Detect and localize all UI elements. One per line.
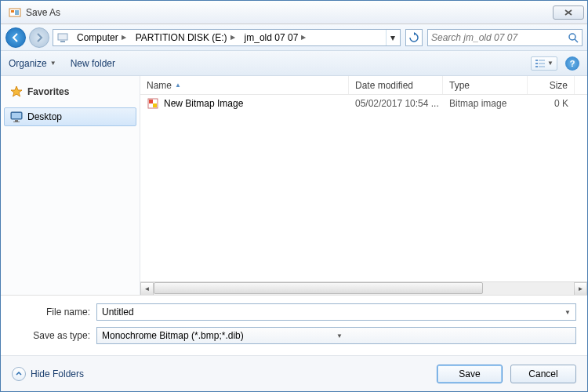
view-mode-button[interactable]: ▼ [531,56,557,71]
forward-button[interactable] [29,27,49,48]
chevron-up-icon [12,367,26,381]
breadcrumb-computer[interactable]: Computer▶ [72,30,131,45]
scroll-track[interactable] [154,282,574,296]
breadcrumb[interactable]: Computer▶ PARTITION DISK (E:)▶ jm_old 07… [53,29,401,46]
help-button[interactable]: ? [565,56,579,71]
chevron-down-icon[interactable]: ▼ [336,332,571,339]
svg-rect-15 [15,120,18,122]
svg-rect-18 [149,100,153,103]
search-icon [568,32,579,43]
sort-asc-icon: ▲ [175,82,181,89]
column-date[interactable]: Date modified [349,76,443,94]
svg-point-5 [569,34,575,40]
file-type: Bitmap image [443,98,528,109]
file-size: 0 K [528,98,575,109]
svg-rect-10 [539,60,545,61]
list-icon [535,58,546,69]
savetype-combo[interactable]: Monochrome Bitmap (*.bmp;*.dib) ▼ [96,327,576,344]
svg-rect-3 [58,34,67,40]
back-button[interactable] [5,27,26,48]
filename-label: File name: [12,307,90,318]
save-button[interactable]: Save [437,365,503,383]
chevron-right-icon: ▶ [301,34,306,41]
svg-rect-2 [15,10,19,15]
file-list: Name▲ Date modified Type Size New Bitmap… [140,76,587,295]
search-box[interactable] [427,29,583,46]
new-folder-button[interactable]: New folder [71,58,115,69]
chevron-down-icon: ▼ [50,60,56,67]
toolbar: Organize▼ New folder ▼ ? [1,51,587,76]
scroll-right-icon[interactable]: ► [574,282,587,296]
save-as-dialog: Save As Computer▶ PARTITION DISK (E:)▶ j… [0,0,588,392]
svg-rect-19 [153,103,157,107]
svg-rect-12 [539,66,545,67]
sidebar: Favorites Desktop [1,76,140,295]
desktop-icon [10,111,23,123]
column-headers: Name▲ Date modified Type Size [140,76,587,95]
app-icon [9,6,21,19]
form-area: File name: ▼ Save as type: Monochrome Bi… [1,296,587,355]
scroll-thumb[interactable] [154,282,483,294]
filename-input[interactable] [102,307,564,318]
titlebar: Save As [1,1,587,24]
star-icon [10,85,23,98]
window-title: Save As [26,7,60,18]
chevron-right-icon: ▶ [230,34,235,41]
file-row[interactable]: New Bitmap Image 05/02/2017 10:54 ... Bi… [140,95,587,112]
svg-rect-16 [13,122,20,122]
svg-rect-8 [535,63,538,64]
cancel-button[interactable]: Cancel [510,365,576,383]
bitmap-file-icon [147,97,159,110]
filename-field[interactable]: ▼ [96,303,576,321]
refresh-button[interactable] [405,29,423,46]
computer-icon [56,31,69,44]
close-button[interactable] [553,5,584,20]
file-rows[interactable]: New Bitmap Image 05/02/2017 10:54 ... Bi… [140,95,587,281]
nav-bar: Computer▶ PARTITION DISK (E:)▶ jm_old 07… [1,24,587,51]
organize-menu[interactable]: Organize▼ [9,58,56,69]
breadcrumb-partition[interactable]: PARTITION DISK (E:)▶ [131,30,240,45]
svg-rect-1 [11,10,14,13]
svg-rect-9 [535,66,538,67]
body: Favorites Desktop Name▲ Date modified Ty… [1,76,587,296]
svg-rect-14 [12,113,21,118]
svg-rect-11 [539,63,545,64]
savetype-label: Save as type: [12,330,90,341]
breadcrumb-dropdown[interactable]: ▾ [386,30,398,45]
search-input[interactable] [431,32,568,43]
svg-rect-4 [60,41,65,42]
chevron-right-icon: ▶ [122,34,126,41]
column-type[interactable]: Type [443,76,528,94]
sidebar-favorites[interactable]: Favorites [1,82,140,101]
hide-folders-button[interactable]: Hide Folders [12,367,84,381]
svg-rect-7 [535,60,538,61]
column-name[interactable]: Name▲ [140,76,349,94]
breadcrumb-folder[interactable]: jm_old 07 07▶ [240,30,311,45]
savetype-value: Monochrome Bitmap (*.bmp;*.dib) [102,330,336,341]
chevron-down-icon[interactable]: ▼ [564,309,571,316]
horizontal-scrollbar[interactable]: ◄ ► [140,281,587,295]
svg-line-6 [575,39,578,42]
sidebar-desktop[interactable]: Desktop [4,107,136,126]
file-date: 05/02/2017 10:54 ... [349,98,443,109]
file-name: New Bitmap Image [164,98,243,109]
scroll-left-icon[interactable]: ◄ [140,282,154,296]
column-size[interactable]: Size [528,76,575,94]
footer: Hide Folders Save Cancel [1,355,587,391]
chevron-down-icon: ▼ [547,60,554,67]
